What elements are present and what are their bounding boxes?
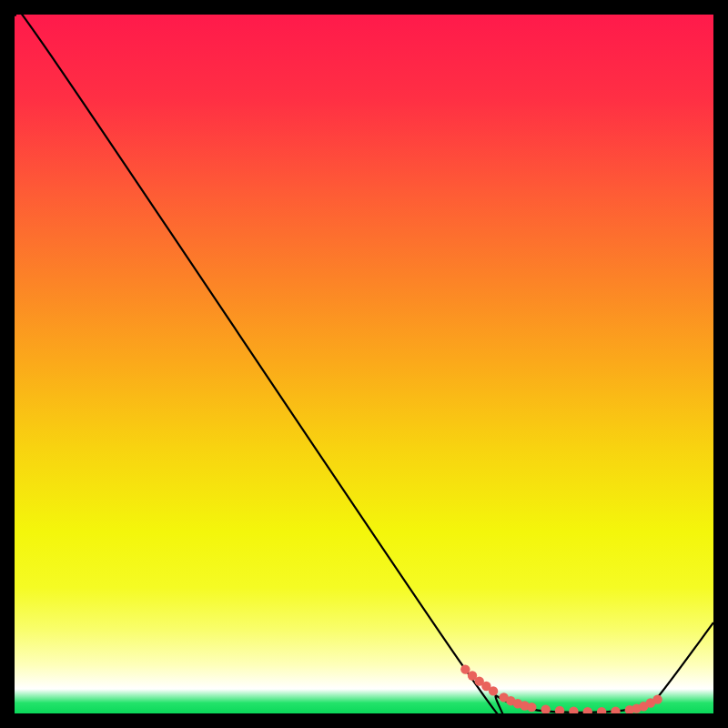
curve-marker [489,686,498,695]
bottleneck-chart [15,15,713,713]
curve-marker [652,694,662,703]
gradient-background [15,15,713,713]
chart-frame: TheBottlenecker.com [15,15,713,713]
curve-marker [527,703,536,712]
